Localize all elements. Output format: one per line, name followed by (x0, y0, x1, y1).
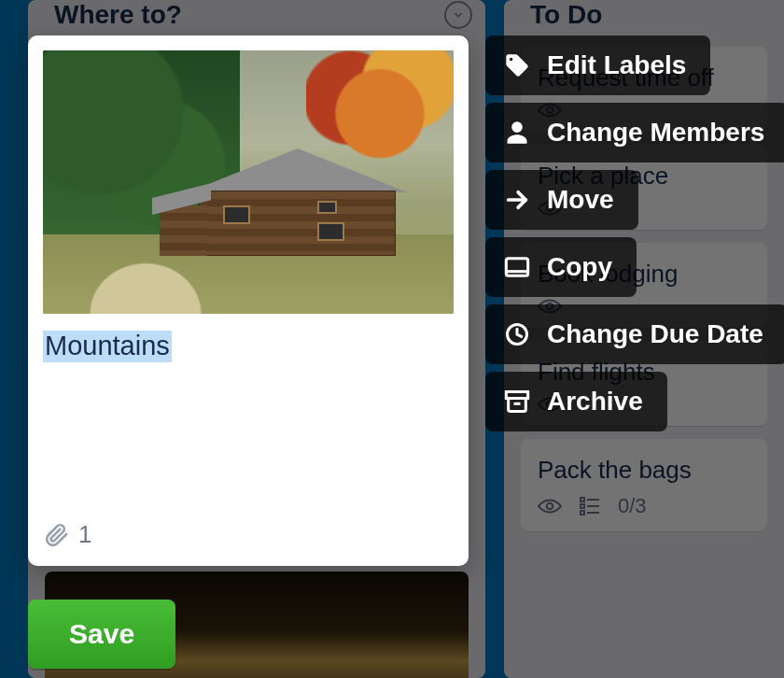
action-label: Copy (547, 252, 612, 282)
action-label: Archive (547, 387, 643, 417)
person-icon (504, 120, 530, 146)
action-label: Edit Labels (547, 50, 686, 80)
paperclip-icon (45, 522, 69, 548)
change-members-button[interactable]: Change Members (485, 103, 784, 162)
card-cover-image (43, 50, 454, 314)
quick-action-menu: Edit Labels Change Members Move Copy Cha… (485, 35, 784, 431)
clock-icon (504, 321, 530, 347)
card-icon (504, 256, 530, 278)
copy-button[interactable]: Copy (485, 237, 637, 297)
svg-rect-12 (506, 259, 527, 276)
edit-labels-button[interactable]: Edit Labels (485, 35, 710, 95)
svg-rect-15 (506, 392, 527, 399)
action-label: Change Members (547, 118, 764, 148)
change-due-date-button[interactable]: Change Due Date (485, 304, 784, 364)
archive-button[interactable]: Archive (485, 372, 667, 431)
attachment-count: 1 (78, 520, 91, 549)
tag-icon (504, 52, 530, 78)
arrow-right-icon (504, 187, 530, 213)
quick-edit-card[interactable]: Mountains 1 (28, 35, 469, 566)
action-label: Move (547, 185, 614, 215)
attachment-badge: 1 (45, 520, 454, 549)
card-title-input[interactable]: Mountains (43, 331, 454, 361)
action-label: Change Due Date (547, 319, 763, 349)
archive-icon (504, 389, 530, 414)
quick-card-editor: Mountains 1 Save (28, 35, 469, 566)
move-button[interactable]: Move (485, 170, 638, 230)
card-title-text: Mountains (43, 331, 172, 362)
save-button[interactable]: Save (28, 600, 175, 669)
